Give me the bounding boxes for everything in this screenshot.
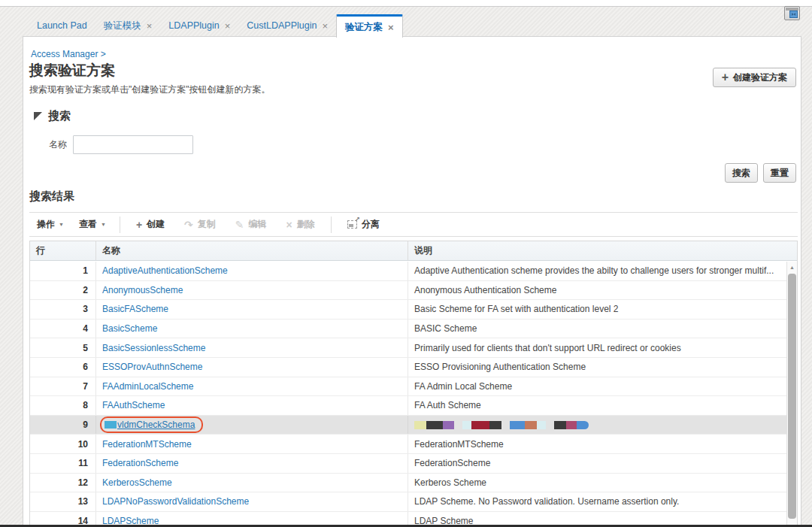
table-row[interactable]: 7FAAdminLocalSchemeFA Admin Local Scheme bbox=[30, 377, 797, 397]
vertical-scrollbar[interactable]: ▲ bbox=[786, 262, 797, 527]
search-button[interactable]: 搜索 bbox=[725, 163, 758, 183]
table-row[interactable]: 12KerberosSchemeKerberos Scheme bbox=[30, 474, 797, 493]
scheme-description: FA Admin Local Scheme bbox=[408, 377, 797, 396]
table-row[interactable]: 6ESSOProvAuthnSchemeESSO Provisioning Au… bbox=[30, 358, 797, 377]
detach-button-label: 分离 bbox=[362, 218, 380, 231]
scheme-name-link[interactable]: FAAuthScheme bbox=[102, 400, 165, 410]
tab-ldapplugin[interactable]: LDAPPlugin × bbox=[160, 14, 238, 37]
scrollbar-thumb[interactable] bbox=[788, 274, 796, 519]
view-menu-label: 查看 bbox=[79, 218, 97, 231]
scheme-description: Primarily used for clients that don't su… bbox=[408, 338, 797, 357]
row-number: 3 bbox=[30, 300, 96, 319]
reset-button[interactable]: 重置 bbox=[763, 163, 796, 183]
delete-x-icon: × bbox=[286, 220, 292, 230]
scheme-name-link[interactable]: vldmCheckSchema bbox=[117, 419, 195, 430]
name-cell: AnonymousScheme bbox=[96, 281, 408, 300]
scheme-name-link[interactable]: BasicFAScheme bbox=[102, 304, 168, 314]
scheme-name-link[interactable]: FederationMTScheme bbox=[102, 439, 192, 450]
pencil-icon: ✎ bbox=[235, 220, 244, 230]
close-tab-icon[interactable]: × bbox=[147, 21, 153, 31]
scheme-description: Basic Scheme for FA set with authenticat… bbox=[408, 300, 797, 319]
table-row[interactable]: 1AdaptiveAuthenticationSchemeAdaptive Au… bbox=[30, 262, 797, 281]
name-wrap: AnonymousScheme bbox=[102, 285, 183, 295]
scheme-name-link[interactable]: FAAdminLocalScheme bbox=[102, 381, 193, 392]
tab-launch-pad[interactable]: Launch Pad bbox=[29, 14, 95, 37]
create-auth-scheme-button[interactable]: + 创建验证方案 bbox=[713, 68, 796, 87]
row-number: 5 bbox=[30, 338, 96, 357]
redaction-block-group bbox=[510, 421, 546, 429]
tab-custldapplugin[interactable]: CustLDAPPlugin × bbox=[238, 14, 336, 37]
table-row[interactable]: 11FederationSchemeFederationScheme bbox=[30, 454, 797, 474]
name-wrap: AdaptiveAuthenticationScheme bbox=[102, 265, 228, 276]
scheme-name-link[interactable]: AdaptiveAuthenticationScheme bbox=[102, 265, 228, 276]
table-row[interactable]: 8FAAuthSchemeFA Auth Scheme bbox=[30, 396, 797, 416]
redaction-block bbox=[443, 421, 454, 429]
table-row[interactable]: 5BasicSessionlessSchemePrimarily used fo… bbox=[30, 338, 797, 358]
scheme-name-link[interactable]: ESSOProvAuthnScheme bbox=[102, 362, 202, 372]
search-section-header[interactable]: 搜索 bbox=[34, 109, 71, 123]
name-cell: AdaptiveAuthenticationScheme bbox=[96, 262, 408, 280]
table-row[interactable]: 4BasicSchemeBASIC Scheme bbox=[30, 320, 797, 339]
table-row[interactable]: 3BasicFASchemeBasic Scheme for FA set wi… bbox=[30, 300, 797, 320]
scheme-name-link[interactable]: AnonymousScheme bbox=[102, 285, 183, 295]
scheme-description: FederationMTScheme bbox=[408, 435, 797, 453]
actions-menu[interactable]: 操作 ▼ bbox=[29, 218, 71, 231]
breadcrumb[interactable]: Access Manager > bbox=[31, 49, 106, 59]
table-row[interactable]: 13LDAPNoPasswordValidationSchemeLDAP Sch… bbox=[30, 492, 797, 512]
row-number: 6 bbox=[30, 358, 96, 377]
chevron-down-icon: ▼ bbox=[59, 222, 64, 227]
duplicate-button-label: 复制 bbox=[198, 218, 216, 231]
redaction-block bbox=[105, 421, 117, 429]
search-results-title: 搜索结果 bbox=[29, 189, 74, 204]
actions-menu-label: 操作 bbox=[37, 218, 55, 231]
view-menu[interactable]: 查看 ▼ bbox=[71, 218, 114, 231]
search-name-row: 名称 bbox=[49, 135, 193, 154]
close-tab-icon[interactable]: × bbox=[388, 23, 394, 32]
scheme-name-link[interactable]: FederationScheme bbox=[102, 458, 178, 468]
close-tab-icon[interactable]: × bbox=[322, 21, 328, 31]
redacted-description bbox=[408, 416, 797, 435]
redaction-block bbox=[554, 421, 566, 429]
column-header-name[interactable]: 名称 bbox=[96, 241, 408, 260]
scheme-description: Anonymous Authentication Scheme bbox=[408, 281, 797, 300]
scheme-name-link[interactable]: BasicScheme bbox=[102, 323, 157, 334]
scheme-name-link[interactable]: BasicSessionlessScheme bbox=[102, 343, 205, 353]
edit-button-label: 编辑 bbox=[249, 218, 267, 231]
table-row[interactable]: 10FederationMTSchemeFederationMTScheme bbox=[30, 435, 797, 454]
tab-label: 验证方案 bbox=[345, 21, 383, 34]
scheme-name-link[interactable]: KerberosScheme bbox=[102, 477, 172, 488]
tab-auth-schemes[interactable]: 验证方案 × bbox=[336, 14, 403, 38]
tab-label: LDAPPlugin bbox=[168, 20, 219, 31]
tab-auth-modules[interactable]: 验证模块 × bbox=[95, 14, 161, 37]
scheme-name-link[interactable]: LDAPNoPasswordValidationScheme bbox=[102, 496, 249, 507]
create-auth-scheme-label: 创建验证方案 bbox=[733, 71, 787, 84]
new-window-icon[interactable] bbox=[784, 6, 800, 20]
name-cell: FAAdminLocalScheme bbox=[96, 377, 408, 396]
table-row[interactable]: 9vldmCheckSchema bbox=[30, 416, 797, 435]
name-cell: FederationMTScheme bbox=[96, 435, 408, 453]
name-wrap: FederationMTScheme bbox=[102, 439, 192, 450]
scroll-up-icon[interactable]: ▲ bbox=[787, 262, 797, 273]
disclosure-triangle-icon bbox=[34, 112, 42, 120]
row-number: 12 bbox=[30, 474, 96, 492]
create-button[interactable]: + 创建 bbox=[126, 218, 174, 231]
name-wrap: BasicFAScheme bbox=[102, 304, 168, 314]
row-number: 8 bbox=[30, 396, 96, 415]
create-button-label: 创建 bbox=[147, 218, 165, 231]
name-wrap: FederationScheme bbox=[102, 458, 178, 468]
delete-button-label: 删除 bbox=[297, 218, 315, 231]
name-wrap: FAAuthScheme bbox=[102, 400, 165, 410]
column-header-row[interactable]: 行 bbox=[30, 241, 96, 260]
results-toolbar: 操作 ▼ 查看 ▼ + 创建 ↷ 复制 ✎ 编辑 × 删除 分离 bbox=[29, 212, 798, 237]
row-number: 10 bbox=[30, 435, 96, 453]
name-wrap: BasicScheme bbox=[102, 323, 157, 334]
column-header-description[interactable]: 说明 bbox=[408, 241, 797, 260]
close-tab-icon[interactable]: × bbox=[225, 21, 231, 31]
redaction-block bbox=[426, 421, 443, 429]
redaction-block bbox=[489, 421, 501, 429]
window-icon-glyph bbox=[789, 11, 798, 18]
window-top-strip bbox=[0, 0, 812, 7]
detach-button[interactable]: 分离 bbox=[338, 218, 389, 231]
table-row[interactable]: 2AnonymousSchemeAnonymous Authentication… bbox=[30, 281, 797, 301]
name-input[interactable] bbox=[73, 135, 193, 154]
